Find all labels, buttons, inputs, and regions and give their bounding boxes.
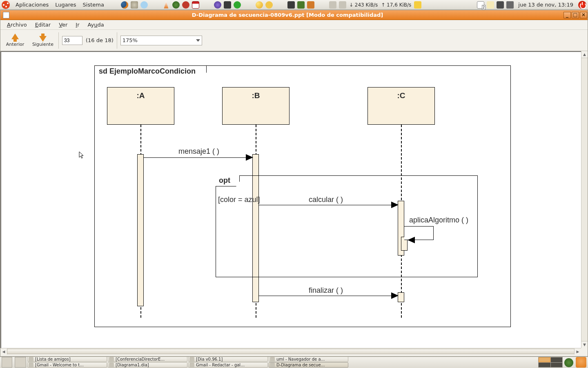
ubuntu-logo-icon[interactable] (2, 1, 10, 9)
msg1-label: mensaje1 ( ) (178, 148, 219, 155)
maximize-button[interactable]: □ (572, 12, 579, 18)
menu-archivo[interactable]: Archivo (3, 20, 31, 30)
network-applet-icon[interactable] (564, 358, 573, 367)
sysmon2-icon[interactable] (297, 1, 305, 9)
workspace-2[interactable] (551, 357, 563, 362)
evince-window: D-Diagrama de secuencia-0809v6.ppt [Modo… (0, 10, 588, 357)
workspace-4[interactable] (551, 363, 563, 368)
lifeline-head-c: :C (368, 87, 435, 125)
sysmon-icon[interactable] (287, 1, 295, 9)
vertical-scrollbar[interactable] (581, 51, 588, 348)
chevron-down-icon (196, 39, 200, 42)
clock-text[interactable]: jue 13 de nov, 13:19 (515, 2, 577, 8)
window-titlebar[interactable]: D-Diagrama de secuencia-0809v6.ppt [Modo… (0, 10, 588, 20)
rhythmbox-icon[interactable] (182, 1, 189, 9)
horizontal-scrollbar[interactable] (0, 348, 581, 355)
msg1-line (144, 157, 247, 158)
next-page-button[interactable]: Siguiente (31, 31, 55, 50)
lifeline-head-b: :B (222, 87, 290, 125)
zoom-select[interactable]: 175% (120, 36, 202, 45)
trash-icon[interactable] (576, 357, 586, 368)
menu-editar[interactable]: Editar (31, 20, 55, 30)
update-icon[interactable] (307, 1, 314, 9)
vlc-icon[interactable] (163, 1, 170, 9)
task-dia[interactable]: [Dia v0.96.1] (188, 357, 268, 362)
document-icon (3, 12, 9, 18)
opt-label: opt (216, 175, 240, 186)
prev-label: Anterior (6, 42, 24, 47)
task-list: [Lista de amigos] [ConferenciaDirectorE…… (27, 357, 537, 368)
zoom-value: 175% (122, 37, 138, 43)
workspace-1[interactable] (539, 357, 550, 362)
menu-ver[interactable]: Ver (55, 20, 71, 30)
clock-alt-icon[interactable] (265, 1, 273, 9)
gnome-bottom-panel: [Lista de amigos] [ConferenciaDirectorE…… (0, 357, 588, 368)
calendar-icon[interactable] (192, 1, 199, 9)
workspace-switcher[interactable] (538, 357, 563, 368)
self-call-arrow-icon (408, 237, 415, 243)
close-button[interactable]: × (580, 12, 587, 18)
evolution-icon[interactable] (131, 1, 138, 9)
skype-icon[interactable] (234, 1, 241, 9)
gnome-top-panel: Aplicaciones Lugares Sistema ↓ 243 KiB/s… (0, 0, 588, 10)
page-number-input[interactable] (62, 36, 82, 45)
net-up-text: ↑ 17,6 KiB/s (379, 2, 413, 8)
mail-icon[interactable]: 2 (477, 1, 484, 9)
minimize-button[interactable]: _ (564, 12, 571, 18)
msg-calc-line (259, 205, 392, 205)
menu-aplicaciones[interactable]: Aplicaciones (12, 0, 52, 10)
horizontal-scrollbar-thumb[interactable] (7, 349, 575, 354)
window-title: D-Diagrama de secuencia-0809v6.ppt [Modo… (12, 12, 563, 18)
task-d-diagrama[interactable]: D-Diagrama de secue… (269, 362, 348, 368)
msg-fin-arrow-icon (391, 292, 399, 299)
lifeline-head-a: :A (107, 87, 174, 125)
menu-ir[interactable]: Ir (71, 20, 83, 30)
document-viewport[interactable]: sd EjemploMarcoCondicion :A :B :C men (0, 51, 581, 348)
msg-calc-label: calcular ( ) (309, 196, 343, 203)
amule-icon[interactable] (172, 1, 180, 9)
task-lista-amigos[interactable]: [Lista de amigos] (27, 357, 107, 362)
volume-icon[interactable] (506, 1, 514, 9)
app-menubar: Archivo Editar Ver Ir Ayuda (0, 20, 588, 30)
activation-a (137, 154, 144, 306)
task-uml-navegador[interactable]: uml - Navegador de a… (269, 357, 348, 362)
msg1-arrow-icon (246, 154, 253, 161)
help-icon[interactable] (140, 1, 148, 9)
msg-fin-label: finalizar ( ) (309, 287, 343, 294)
menu-sistema[interactable]: Sistema (80, 0, 107, 10)
task-gmail-redactar[interactable]: Gmail - Redactar - gal… (188, 362, 268, 368)
tomboy-icon[interactable] (487, 1, 494, 9)
task-diagrama1[interactable]: [Diagrama1.dia] (108, 362, 187, 368)
prev-page-button[interactable]: Anterior (3, 31, 27, 50)
window-list-icon[interactable] (15, 357, 26, 368)
msg-fin-line (259, 296, 392, 296)
logout-button[interactable] (578, 1, 586, 9)
app-toolbar: Anterior Siguiente (16 de 18) 175% (0, 30, 588, 51)
menu-ayuda[interactable]: Ayuda (84, 20, 108, 30)
battery-icon[interactable] (414, 1, 421, 9)
show-desktop-button[interactable] (2, 357, 12, 368)
task-conferencia[interactable]: [ConferenciaDirectorE… (108, 357, 187, 362)
menu-lugares[interactable]: Lugares (52, 0, 79, 10)
workspace-3[interactable] (539, 363, 550, 368)
mail-badge: 2 (482, 5, 486, 10)
activation-c2 (398, 292, 404, 302)
media-icon[interactable] (224, 1, 231, 9)
network-icon[interactable] (497, 1, 504, 9)
pidgin-icon[interactable] (214, 1, 221, 9)
next-label: Siguiente (32, 42, 53, 47)
firefox-icon[interactable] (121, 1, 128, 9)
msg-algo-label: aplicaAlgoritmo ( ) (409, 216, 468, 224)
task-gmail-welcome[interactable]: [Gmail - Welcome to t… (27, 362, 107, 368)
disk-icon[interactable] (339, 1, 346, 9)
sd-frame-label: sd EjemploMarcoCondicion (94, 65, 207, 77)
sd-frame: sd EjemploMarcoCondicion :A :B :C men (94, 65, 511, 327)
msg-calc-arrow-icon (391, 202, 399, 208)
opt-fragment: opt (216, 175, 478, 277)
weather-icon[interactable] (256, 1, 263, 9)
temp-icon[interactable] (329, 1, 336, 9)
arrow-down-icon (39, 36, 47, 42)
page-counter: (16 de 18) (86, 37, 114, 43)
arrow-up-icon (11, 34, 19, 39)
opt-guard: [color = azul] (218, 196, 260, 203)
